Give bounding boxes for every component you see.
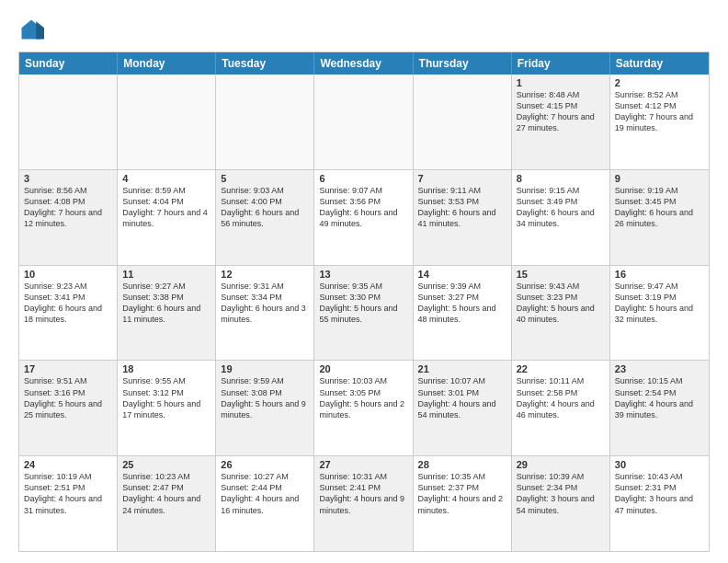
day-info: Sunrise: 9:15 AM Sunset: 3:49 PM Dayligh… (517, 185, 605, 230)
day-number: 19 (221, 363, 309, 374)
calendar-day-26: 26Sunrise: 10:27 AM Sunset: 2:44 PM Dayl… (216, 456, 314, 551)
day-info: Sunrise: 10:11 AM Sunset: 2:58 PM Daylig… (517, 375, 605, 420)
calendar-empty-cell (314, 75, 413, 169)
day-info: Sunrise: 9:47 AM Sunset: 3:19 PM Dayligh… (615, 281, 704, 326)
calendar: SundayMondayTuesdayWednesdayThursdayFrid… (18, 52, 710, 552)
calendar-day-25: 25Sunrise: 10:23 AM Sunset: 2:47 PM Dayl… (118, 456, 216, 551)
calendar-day-17: 17Sunrise: 9:51 AM Sunset: 3:16 PM Dayli… (19, 361, 118, 455)
day-number: 26 (221, 459, 309, 470)
day-info: Sunrise: 10:35 AM Sunset: 2:37 PM Daylig… (418, 471, 506, 516)
calendar-day-15: 15Sunrise: 9:43 AM Sunset: 3:23 PM Dayli… (512, 266, 610, 361)
calendar-day-19: 19Sunrise: 9:59 AM Sunset: 3:08 PM Dayli… (216, 361, 314, 455)
day-number: 2 (615, 77, 704, 88)
calendar-day-9: 9Sunrise: 9:19 AM Sunset: 3:45 PM Daylig… (610, 170, 709, 265)
day-info: Sunrise: 9:07 AM Sunset: 3:56 PM Dayligh… (319, 185, 407, 230)
day-number: 15 (517, 269, 605, 280)
day-info: Sunrise: 9:59 AM Sunset: 3:08 PM Dayligh… (221, 375, 309, 420)
day-info: Sunrise: 9:43 AM Sunset: 3:23 PM Dayligh… (517, 281, 605, 326)
weekday-header-sunday: Sunday (19, 52, 118, 75)
day-info: Sunrise: 10:43 AM Sunset: 2:31 PM Daylig… (615, 471, 704, 516)
calendar-day-23: 23Sunrise: 10:15 AM Sunset: 2:54 PM Dayl… (610, 361, 709, 455)
calendar-day-30: 30Sunrise: 10:43 AM Sunset: 2:31 PM Dayl… (610, 456, 709, 551)
calendar-day-21: 21Sunrise: 10:07 AM Sunset: 3:01 PM Dayl… (414, 361, 512, 455)
calendar-empty-cell (118, 75, 216, 169)
svg-marker-1 (36, 21, 44, 39)
weekday-header-saturday: Saturday (610, 52, 709, 75)
calendar-day-11: 11Sunrise: 9:27 AM Sunset: 3:38 PM Dayli… (118, 266, 216, 361)
day-number: 12 (221, 269, 309, 280)
day-number: 1 (517, 77, 605, 88)
day-info: Sunrise: 9:03 AM Sunset: 4:00 PM Dayligh… (221, 185, 309, 230)
calendar-body: 1Sunrise: 8:48 AM Sunset: 4:15 PM Daylig… (19, 75, 709, 551)
calendar-day-16: 16Sunrise: 9:47 AM Sunset: 3:19 PM Dayli… (610, 266, 709, 361)
day-number: 30 (615, 459, 704, 470)
calendar-row-3: 10Sunrise: 9:23 AM Sunset: 3:41 PM Dayli… (19, 265, 709, 361)
day-number: 20 (319, 363, 407, 374)
calendar-day-5: 5Sunrise: 9:03 AM Sunset: 4:00 PM Daylig… (216, 170, 314, 265)
day-number: 28 (418, 459, 506, 470)
calendar-day-24: 24Sunrise: 10:19 AM Sunset: 2:51 PM Dayl… (19, 456, 118, 551)
calendar-header: SundayMondayTuesdayWednesdayThursdayFrid… (19, 52, 709, 75)
day-number: 7 (418, 173, 506, 184)
calendar-day-10: 10Sunrise: 9:23 AM Sunset: 3:41 PM Dayli… (19, 266, 118, 361)
calendar-row-5: 24Sunrise: 10:19 AM Sunset: 2:51 PM Dayl… (19, 455, 709, 551)
day-number: 3 (24, 173, 112, 184)
day-number: 4 (122, 173, 210, 184)
day-number: 24 (24, 459, 112, 470)
calendar-day-8: 8Sunrise: 9:15 AM Sunset: 3:49 PM Daylig… (512, 170, 610, 265)
day-info: Sunrise: 9:31 AM Sunset: 3:34 PM Dayligh… (221, 281, 309, 326)
day-number: 17 (24, 363, 112, 374)
day-number: 6 (319, 173, 407, 184)
day-number: 11 (122, 269, 210, 280)
calendar-day-7: 7Sunrise: 9:11 AM Sunset: 3:53 PM Daylig… (414, 170, 512, 265)
logo (18, 17, 48, 42)
day-number: 5 (221, 173, 309, 184)
day-info: Sunrise: 9:11 AM Sunset: 3:53 PM Dayligh… (418, 185, 506, 230)
day-info: Sunrise: 9:35 AM Sunset: 3:30 PM Dayligh… (319, 281, 407, 326)
weekday-header-monday: Monday (118, 52, 216, 75)
day-number: 27 (319, 459, 407, 470)
day-info: Sunrise: 8:59 AM Sunset: 4:04 PM Dayligh… (122, 185, 210, 230)
day-info: Sunrise: 9:23 AM Sunset: 3:41 PM Dayligh… (24, 281, 112, 326)
day-info: Sunrise: 10:19 AM Sunset: 2:51 PM Daylig… (24, 471, 112, 516)
calendar-day-28: 28Sunrise: 10:35 AM Sunset: 2:37 PM Dayl… (414, 456, 512, 551)
day-number: 22 (517, 363, 605, 374)
day-info: Sunrise: 8:52 AM Sunset: 4:12 PM Dayligh… (615, 89, 704, 134)
day-number: 16 (615, 269, 704, 280)
day-info: Sunrise: 10:39 AM Sunset: 2:34 PM Daylig… (517, 471, 605, 516)
calendar-day-6: 6Sunrise: 9:07 AM Sunset: 3:56 PM Daylig… (314, 170, 413, 265)
calendar-empty-cell (19, 75, 118, 169)
calendar-day-1: 1Sunrise: 8:48 AM Sunset: 4:15 PM Daylig… (512, 75, 610, 169)
calendar-empty-cell (414, 75, 512, 169)
page-header (18, 17, 710, 42)
calendar-day-14: 14Sunrise: 9:39 AM Sunset: 3:27 PM Dayli… (414, 266, 512, 361)
day-number: 29 (517, 459, 605, 470)
calendar-row-2: 3Sunrise: 8:56 AM Sunset: 4:08 PM Daylig… (19, 169, 709, 265)
logo-icon (18, 17, 44, 42)
day-info: Sunrise: 10:03 AM Sunset: 3:05 PM Daylig… (319, 375, 407, 420)
day-number: 25 (122, 459, 210, 470)
calendar-day-20: 20Sunrise: 10:03 AM Sunset: 3:05 PM Dayl… (314, 361, 413, 455)
calendar-day-2: 2Sunrise: 8:52 AM Sunset: 4:12 PM Daylig… (610, 75, 709, 169)
day-number: 13 (319, 269, 407, 280)
weekday-header-tuesday: Tuesday (216, 52, 314, 75)
day-info: Sunrise: 10:23 AM Sunset: 2:47 PM Daylig… (122, 471, 210, 516)
calendar-empty-cell (216, 75, 314, 169)
day-info: Sunrise: 8:48 AM Sunset: 4:15 PM Dayligh… (517, 89, 605, 134)
day-info: Sunrise: 10:31 AM Sunset: 2:41 PM Daylig… (319, 471, 407, 516)
day-info: Sunrise: 8:56 AM Sunset: 4:08 PM Dayligh… (24, 185, 112, 230)
calendar-day-22: 22Sunrise: 10:11 AM Sunset: 2:58 PM Dayl… (512, 361, 610, 455)
calendar-day-29: 29Sunrise: 10:39 AM Sunset: 2:34 PM Dayl… (512, 456, 610, 551)
calendar-day-13: 13Sunrise: 9:35 AM Sunset: 3:30 PM Dayli… (314, 266, 413, 361)
day-info: Sunrise: 10:07 AM Sunset: 3:01 PM Daylig… (418, 375, 506, 420)
calendar-day-3: 3Sunrise: 8:56 AM Sunset: 4:08 PM Daylig… (19, 170, 118, 265)
calendar-day-27: 27Sunrise: 10:31 AM Sunset: 2:41 PM Dayl… (314, 456, 413, 551)
calendar-row-4: 17Sunrise: 9:51 AM Sunset: 3:16 PM Dayli… (19, 360, 709, 455)
day-number: 21 (418, 363, 506, 374)
day-number: 10 (24, 269, 112, 280)
calendar-day-4: 4Sunrise: 8:59 AM Sunset: 4:04 PM Daylig… (118, 170, 216, 265)
weekday-header-friday: Friday (512, 52, 610, 75)
weekday-header-thursday: Thursday (414, 52, 512, 75)
calendar-day-12: 12Sunrise: 9:31 AM Sunset: 3:34 PM Dayli… (216, 266, 314, 361)
day-number: 18 (122, 363, 210, 374)
